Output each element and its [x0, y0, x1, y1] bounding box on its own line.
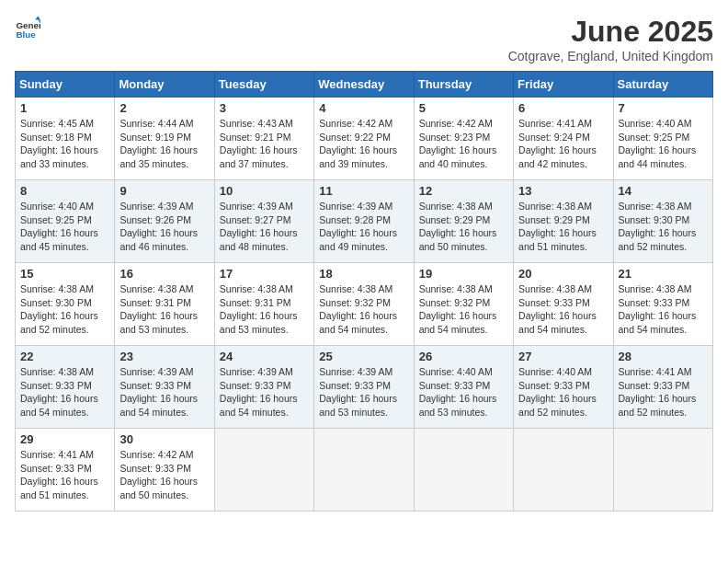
calendar-day-8: 8Sunrise: 4:40 AMSunset: 9:25 PMDaylight… [16, 180, 115, 263]
calendar-empty [414, 429, 513, 511]
calendar-day-11: 11Sunrise: 4:39 AMSunset: 9:28 PMDayligh… [314, 180, 414, 263]
calendar-day-20: 20Sunrise: 4:38 AMSunset: 9:33 PMDayligh… [514, 263, 613, 346]
calendar-day-17: 17Sunrise: 4:38 AMSunset: 9:31 PMDayligh… [214, 263, 313, 346]
calendar-day-10: 10Sunrise: 4:39 AMSunset: 9:27 PMDayligh… [214, 180, 313, 263]
page-header: General Blue June 2025 Cotgrave, England… [15, 15, 713, 63]
title-area: June 2025 Cotgrave, England, United King… [508, 15, 713, 63]
calendar-day-30: 30Sunrise: 4:42 AMSunset: 9:33 PMDayligh… [115, 429, 214, 511]
calendar-table: SundayMondayTuesdayWednesdayThursdayFrid… [15, 71, 713, 511]
calendar-week-2: 8Sunrise: 4:40 AMSunset: 9:25 PMDaylight… [16, 180, 713, 263]
svg-text:Blue: Blue [16, 29, 36, 40]
calendar-day-18: 18Sunrise: 4:38 AMSunset: 9:32 PMDayligh… [314, 263, 414, 346]
svg-marker-2 [35, 16, 40, 19]
day-header-friday: Friday [514, 72, 613, 98]
day-header-monday: Monday [115, 72, 214, 98]
calendar-week-5: 29Sunrise: 4:41 AMSunset: 9:33 PMDayligh… [16, 429, 713, 511]
calendar-day-3: 3Sunrise: 4:43 AMSunset: 9:21 PMDaylight… [214, 98, 313, 180]
calendar-day-13: 13Sunrise: 4:38 AMSunset: 9:29 PMDayligh… [514, 180, 613, 263]
calendar-empty [214, 429, 313, 511]
calendar-day-26: 26Sunrise: 4:40 AMSunset: 9:33 PMDayligh… [414, 346, 513, 429]
calendar-week-3: 15Sunrise: 4:38 AMSunset: 9:30 PMDayligh… [16, 263, 713, 346]
calendar-day-9: 9Sunrise: 4:39 AMSunset: 9:26 PMDaylight… [115, 180, 214, 263]
calendar-day-24: 24Sunrise: 4:39 AMSunset: 9:33 PMDayligh… [214, 346, 313, 429]
calendar-empty [613, 429, 712, 511]
calendar-day-16: 16Sunrise: 4:38 AMSunset: 9:31 PMDayligh… [115, 263, 214, 346]
location-title: Cotgrave, England, United Kingdom [508, 49, 713, 63]
calendar-day-29: 29Sunrise: 4:41 AMSunset: 9:33 PMDayligh… [16, 429, 115, 511]
calendar-day-14: 14Sunrise: 4:38 AMSunset: 9:30 PMDayligh… [613, 180, 712, 263]
month-title: June 2025 [508, 15, 713, 49]
logo: General Blue [15, 15, 40, 40]
logo-icon: General Blue [15, 15, 40, 40]
calendar-empty [514, 429, 613, 511]
calendar-day-21: 21Sunrise: 4:38 AMSunset: 9:33 PMDayligh… [613, 263, 712, 346]
calendar-day-2: 2Sunrise: 4:44 AMSunset: 9:19 PMDaylight… [115, 98, 214, 180]
calendar-week-4: 22Sunrise: 4:38 AMSunset: 9:33 PMDayligh… [16, 346, 713, 429]
calendar-day-5: 5Sunrise: 4:42 AMSunset: 9:23 PMDaylight… [414, 98, 513, 180]
day-header-sunday: Sunday [16, 72, 115, 98]
calendar-day-6: 6Sunrise: 4:41 AMSunset: 9:24 PMDaylight… [514, 98, 613, 180]
calendar-empty [314, 429, 414, 511]
calendar-day-12: 12Sunrise: 4:38 AMSunset: 9:29 PMDayligh… [414, 180, 513, 263]
calendar-day-28: 28Sunrise: 4:41 AMSunset: 9:33 PMDayligh… [613, 346, 712, 429]
day-header-tuesday: Tuesday [214, 72, 313, 98]
calendar-header-row: SundayMondayTuesdayWednesdayThursdayFrid… [16, 72, 713, 98]
calendar-day-22: 22Sunrise: 4:38 AMSunset: 9:33 PMDayligh… [16, 346, 115, 429]
calendar-day-1: 1Sunrise: 4:45 AMSunset: 9:18 PMDaylight… [16, 98, 115, 180]
calendar-day-19: 19Sunrise: 4:38 AMSunset: 9:32 PMDayligh… [414, 263, 513, 346]
day-header-thursday: Thursday [414, 72, 513, 98]
calendar-day-23: 23Sunrise: 4:39 AMSunset: 9:33 PMDayligh… [115, 346, 214, 429]
calendar-day-7: 7Sunrise: 4:40 AMSunset: 9:25 PMDaylight… [613, 98, 712, 180]
calendar-day-27: 27Sunrise: 4:40 AMSunset: 9:33 PMDayligh… [514, 346, 613, 429]
calendar-day-25: 25Sunrise: 4:39 AMSunset: 9:33 PMDayligh… [314, 346, 414, 429]
day-header-saturday: Saturday [613, 72, 712, 98]
day-header-wednesday: Wednesday [314, 72, 414, 98]
calendar-day-4: 4Sunrise: 4:42 AMSunset: 9:22 PMDaylight… [314, 98, 414, 180]
calendar-week-1: 1Sunrise: 4:45 AMSunset: 9:18 PMDaylight… [16, 98, 713, 180]
calendar-day-15: 15Sunrise: 4:38 AMSunset: 9:30 PMDayligh… [16, 263, 115, 346]
